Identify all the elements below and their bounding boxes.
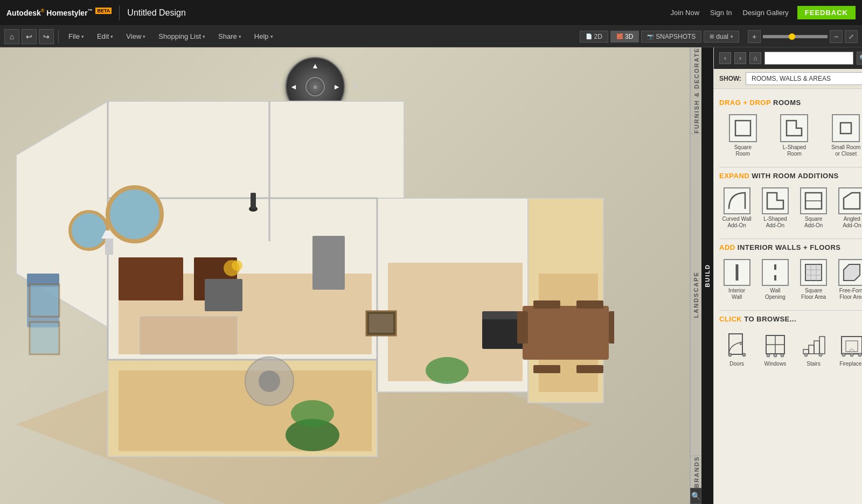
build-tab[interactable]: BUILD bbox=[701, 47, 713, 504]
panel-forward-button[interactable]: › bbox=[734, 52, 746, 64]
svg-point-39 bbox=[259, 370, 280, 392]
shopping-list-menu[interactable]: Shopping List ▾ bbox=[153, 30, 211, 43]
show-label: SHOW: bbox=[719, 75, 741, 82]
zoom-handle[interactable] bbox=[789, 33, 795, 40]
curved-wall-label: Curved WallAdd-On bbox=[722, 216, 752, 229]
fireplaces-label: Fireplaces bbox=[839, 361, 862, 367]
dual-view-button[interactable]: ⊞ dual ▾ bbox=[704, 31, 739, 43]
svg-rect-78 bbox=[809, 345, 814, 354]
square-addon-item[interactable]: SquareAdd-On bbox=[796, 185, 831, 231]
fireplaces-browse-item[interactable]: Fireplaces bbox=[835, 328, 862, 369]
svg-point-74 bbox=[774, 354, 777, 357]
help-menu[interactable]: Help ▾ bbox=[249, 30, 279, 43]
zoom-slider[interactable] bbox=[763, 35, 828, 38]
furnish-decorate-tab[interactable]: FURNISH & DECORATE bbox=[690, 47, 702, 134]
angled-addon-icon bbox=[838, 187, 862, 214]
stairs-browse-item[interactable]: Stairs bbox=[796, 328, 831, 369]
interior-wall-icon bbox=[724, 259, 750, 286]
square-floor-item[interactable]: SquareFloor Area bbox=[796, 257, 831, 303]
panel-search-input[interactable] bbox=[764, 52, 853, 65]
svg-rect-42 bbox=[369, 314, 393, 333]
square-room-item[interactable]: SquareRoom bbox=[719, 112, 767, 159]
zoom-bar: + − ⤢ bbox=[748, 30, 858, 43]
svg-rect-36 bbox=[533, 365, 560, 373]
svg-marker-57 bbox=[844, 193, 860, 209]
brands-tab[interactable]: BRANDS bbox=[690, 456, 702, 488]
zoom-out-button[interactable]: − bbox=[830, 30, 843, 43]
view-menu[interactable]: View ▾ bbox=[121, 30, 151, 43]
small-room-item[interactable]: Small Roomor Closet bbox=[822, 112, 862, 159]
zoom-in-button[interactable]: + bbox=[748, 30, 761, 43]
interior-wall-item[interactable]: InteriorWall bbox=[719, 257, 754, 303]
square-room-icon bbox=[729, 114, 757, 142]
windows-browse-item[interactable]: Windows bbox=[757, 328, 793, 369]
menu-bar: ⌂ ↩ ↪ File ▾ Edit ▾ View ▾ Shopping List… bbox=[0, 26, 862, 47]
app-logo: Autodesk® Homestyler™ BETA bbox=[6, 8, 112, 17]
l-shaped-room-item[interactable]: L-ShapedRoom bbox=[771, 112, 818, 159]
doors-browse-item[interactable]: Doors bbox=[719, 328, 754, 369]
undo-button[interactable]: ↩ bbox=[22, 29, 37, 44]
share-menu[interactable]: Share ▾ bbox=[213, 30, 247, 43]
svg-point-40 bbox=[426, 357, 469, 384]
menu-separator bbox=[58, 30, 59, 43]
curved-wall-item[interactable]: Curved WallAdd-On bbox=[719, 185, 754, 231]
landscape-tab[interactable]: LANDSCAPE bbox=[690, 134, 702, 456]
windows-icon bbox=[761, 331, 789, 359]
angled-addon-item[interactable]: AngledAdd-On bbox=[835, 185, 862, 231]
angled-addon-label: AngledAdd-On bbox=[843, 216, 861, 229]
main-content: ▲ ▼ ◄ ► ⊕ ↺ ↻ bbox=[0, 47, 862, 504]
stairs-label: Stairs bbox=[807, 361, 821, 367]
svg-rect-46 bbox=[30, 322, 59, 354]
join-now-link[interactable]: Join Now bbox=[671, 9, 699, 17]
svg-rect-26 bbox=[140, 317, 237, 354]
svg-point-88 bbox=[858, 353, 861, 356]
svg-point-19 bbox=[108, 187, 162, 241]
svg-point-68 bbox=[740, 343, 742, 345]
svg-rect-37 bbox=[576, 365, 603, 373]
snapshots-button[interactable]: 📷 SNAPSHOTS bbox=[641, 31, 701, 43]
fullscreen-button[interactable]: ⤢ bbox=[845, 30, 858, 43]
home-button[interactable]: ⌂ bbox=[4, 29, 19, 44]
svg-point-81 bbox=[804, 353, 808, 356]
svg-rect-22 bbox=[119, 257, 183, 300]
edit-menu[interactable]: Edit ▾ bbox=[92, 30, 119, 43]
feedback-button[interactable]: FEEDBACK bbox=[797, 6, 856, 19]
divider-1 bbox=[719, 167, 862, 167]
wall-opening-item[interactable]: WallOpening bbox=[757, 257, 793, 303]
doors-label: Doors bbox=[729, 361, 744, 367]
file-menu[interactable]: File ▾ bbox=[63, 30, 89, 43]
canvas-area[interactable]: ▲ ▼ ◄ ► ⊕ ↺ ↻ bbox=[0, 47, 690, 504]
fireplaces-icon bbox=[838, 331, 862, 359]
design-gallery-link[interactable]: Design Gallery bbox=[743, 9, 789, 17]
l-shaped-addon-item[interactable]: L-ShapedAdd-On bbox=[757, 185, 793, 231]
svg-rect-49 bbox=[105, 239, 113, 255]
doors-icon bbox=[723, 331, 751, 359]
top-bar: Autodesk® Homestyler™ BETA Untitled Desi… bbox=[0, 0, 862, 26]
show-select[interactable]: ROOMS, WALLS & AREAS ALL ROOMS ONLY bbox=[746, 72, 862, 85]
redo-button[interactable]: ↪ bbox=[39, 29, 54, 44]
svg-point-70 bbox=[728, 353, 732, 356]
sign-in-link[interactable]: Sign In bbox=[710, 9, 732, 17]
panel-content: DRAG + DROP ROOMS SquareRoom bbox=[714, 89, 862, 504]
svg-rect-34 bbox=[533, 300, 560, 309]
svg-rect-79 bbox=[814, 341, 819, 354]
square-room-label: SquareRoom bbox=[734, 144, 752, 157]
panel-home-button[interactable]: ⌂ bbox=[749, 52, 761, 64]
svg-rect-25 bbox=[205, 279, 242, 311]
l-shaped-room-label: L-ShapedRoom bbox=[783, 144, 806, 157]
panel-back-button[interactable]: ‹ bbox=[719, 52, 731, 64]
svg-rect-31 bbox=[523, 306, 609, 360]
freeform-floor-item[interactable]: Free-FormFloor Area bbox=[835, 257, 862, 303]
panel-search-button[interactable]: 🔍 bbox=[857, 52, 862, 65]
svg-rect-32 bbox=[517, 311, 528, 344]
3d-view-button[interactable]: 🧱 3D bbox=[610, 31, 639, 43]
l-shaped-addon-label: L-ShapedAdd-On bbox=[763, 216, 787, 229]
svg-rect-84 bbox=[846, 341, 858, 352]
section-browse-header: CLICK TO BROWSE... bbox=[719, 315, 862, 323]
2d-view-button[interactable]: 📄 2D bbox=[580, 31, 608, 43]
svg-rect-80 bbox=[819, 337, 825, 354]
magnifier-btn[interactable]: 🔍 bbox=[690, 488, 701, 504]
small-room-label: Small Roomor Closet bbox=[831, 144, 860, 157]
windows-label: Windows bbox=[764, 361, 787, 367]
svg-rect-51 bbox=[735, 121, 750, 136]
